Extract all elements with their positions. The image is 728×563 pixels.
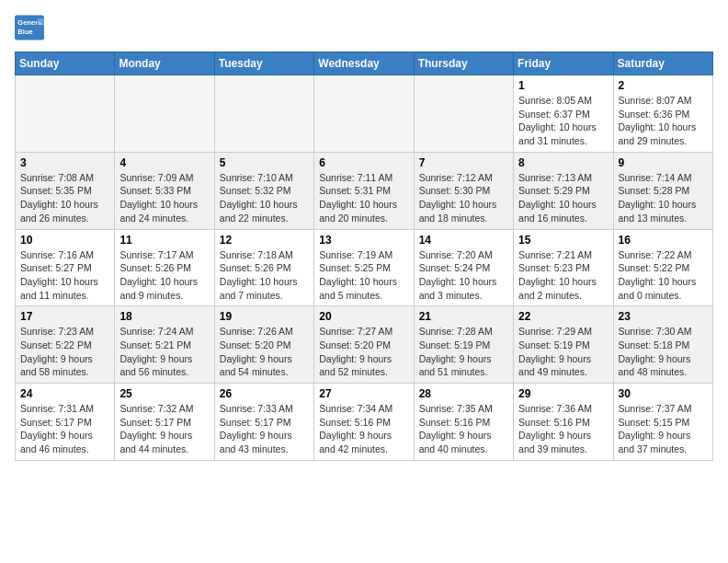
calendar-cell	[16, 75, 115, 153]
calendar-cell: 14Sunrise: 7:20 AMSunset: 5:24 PMDayligh…	[414, 229, 513, 306]
day-number: 11	[119, 234, 209, 247]
calendar-cell: 13Sunrise: 7:19 AMSunset: 5:25 PMDayligh…	[314, 229, 414, 306]
day-info: Sunrise: 8:05 AMSunset: 6:37 PMDaylight:…	[518, 94, 608, 148]
calendar-week-2: 3Sunrise: 7:08 AMSunset: 5:35 PMDaylight…	[16, 152, 713, 229]
day-number: 23	[619, 310, 708, 323]
header-monday: Monday	[115, 52, 214, 75]
calendar-cell: 6Sunrise: 7:11 AMSunset: 5:31 PMDaylight…	[314, 152, 414, 229]
day-number: 17	[20, 310, 109, 323]
day-number: 4	[119, 156, 209, 169]
day-info: Sunrise: 7:26 AMSunset: 5:20 PMDaylight:…	[220, 325, 309, 379]
calendar-cell: 15Sunrise: 7:21 AMSunset: 5:23 PMDayligh…	[514, 229, 613, 306]
day-info: Sunrise: 7:18 AMSunset: 5:26 PMDaylight:…	[220, 248, 309, 303]
day-info: Sunrise: 7:11 AMSunset: 5:31 PMDaylight:…	[319, 171, 408, 225]
calendar-cell: 23Sunrise: 7:30 AMSunset: 5:18 PMDayligh…	[613, 306, 712, 384]
day-number: 16	[619, 234, 708, 247]
day-info: Sunrise: 7:17 AMSunset: 5:26 PMDaylight:…	[119, 248, 209, 303]
day-number: 22	[518, 310, 608, 323]
day-info: Sunrise: 7:30 AMSunset: 5:18 PMDaylight:…	[619, 325, 708, 379]
header-thursday: Thursday	[414, 52, 513, 75]
day-number: 10	[20, 234, 109, 247]
day-number: 7	[419, 156, 508, 169]
calendar-cell: 5Sunrise: 7:10 AMSunset: 5:32 PMDaylight…	[214, 152, 313, 229]
day-info: Sunrise: 7:28 AMSunset: 5:19 PMDaylight:…	[419, 325, 508, 379]
day-info: Sunrise: 7:33 AMSunset: 5:17 PMDaylight:…	[220, 402, 309, 456]
calendar-week-1: 1Sunrise: 8:05 AMSunset: 6:37 PMDaylight…	[16, 75, 713, 153]
calendar-cell: 3Sunrise: 7:08 AMSunset: 5:35 PMDaylight…	[16, 152, 115, 229]
calendar-cell: 4Sunrise: 7:09 AMSunset: 5:33 PMDaylight…	[115, 152, 214, 229]
calendar-table: SundayMondayTuesdayWednesdayThursdayFrid…	[15, 52, 713, 461]
calendar-cell: 18Sunrise: 7:24 AMSunset: 5:21 PMDayligh…	[115, 306, 214, 384]
calendar-week-5: 24Sunrise: 7:31 AMSunset: 5:17 PMDayligh…	[16, 384, 713, 461]
day-info: Sunrise: 7:16 AMSunset: 5:27 PMDaylight:…	[20, 248, 109, 303]
day-number: 3	[20, 156, 109, 169]
day-info: Sunrise: 8:07 AMSunset: 6:36 PMDaylight:…	[619, 94, 708, 148]
day-info: Sunrise: 7:13 AMSunset: 5:29 PMDaylight:…	[518, 171, 608, 225]
day-number: 18	[119, 310, 209, 323]
calendar-cell: 12Sunrise: 7:18 AMSunset: 5:26 PMDayligh…	[214, 229, 313, 306]
day-info: Sunrise: 7:35 AMSunset: 5:16 PMDaylight:…	[419, 402, 508, 456]
day-number: 14	[419, 234, 508, 247]
calendar-cell: 8Sunrise: 7:13 AMSunset: 5:29 PMDaylight…	[514, 152, 613, 229]
svg-text:Blue: Blue	[17, 28, 32, 36]
day-number: 8	[518, 156, 608, 169]
header-wednesday: Wednesday	[314, 52, 414, 75]
calendar-week-4: 17Sunrise: 7:23 AMSunset: 5:22 PMDayligh…	[16, 306, 713, 384]
calendar-cell: 17Sunrise: 7:23 AMSunset: 5:22 PMDayligh…	[16, 306, 115, 384]
day-info: Sunrise: 7:20 AMSunset: 5:24 PMDaylight:…	[419, 248, 508, 303]
day-number: 27	[319, 387, 408, 400]
day-number: 6	[319, 156, 408, 169]
day-info: Sunrise: 7:34 AMSunset: 5:16 PMDaylight:…	[319, 402, 408, 456]
day-info: Sunrise: 7:09 AMSunset: 5:33 PMDaylight:…	[119, 171, 209, 225]
day-info: Sunrise: 7:21 AMSunset: 5:23 PMDaylight:…	[518, 248, 608, 303]
calendar-cell: 24Sunrise: 7:31 AMSunset: 5:17 PMDayligh…	[16, 384, 115, 461]
day-number: 25	[119, 387, 209, 400]
page-header: General Blue	[15, 15, 713, 40]
day-info: Sunrise: 7:29 AMSunset: 5:19 PMDaylight:…	[518, 325, 608, 379]
calendar-cell	[414, 75, 513, 153]
day-info: Sunrise: 7:19 AMSunset: 5:25 PMDaylight:…	[319, 248, 408, 303]
day-info: Sunrise: 7:27 AMSunset: 5:20 PMDaylight:…	[319, 325, 408, 379]
calendar-cell: 27Sunrise: 7:34 AMSunset: 5:16 PMDayligh…	[314, 384, 414, 461]
calendar-cell: 11Sunrise: 7:17 AMSunset: 5:26 PMDayligh…	[115, 229, 214, 306]
day-number: 30	[619, 387, 708, 400]
calendar-cell: 21Sunrise: 7:28 AMSunset: 5:19 PMDayligh…	[414, 306, 513, 384]
calendar-cell: 22Sunrise: 7:29 AMSunset: 5:19 PMDayligh…	[514, 306, 613, 384]
header-sunday: Sunday	[16, 52, 115, 75]
calendar-cell: 26Sunrise: 7:33 AMSunset: 5:17 PMDayligh…	[214, 384, 313, 461]
calendar-week-3: 10Sunrise: 7:16 AMSunset: 5:27 PMDayligh…	[16, 229, 713, 306]
calendar-cell: 7Sunrise: 7:12 AMSunset: 5:30 PMDaylight…	[414, 152, 513, 229]
calendar-header-row: SundayMondayTuesdayWednesdayThursdayFrid…	[16, 52, 713, 75]
calendar-cell	[115, 75, 214, 153]
calendar-cell: 16Sunrise: 7:22 AMSunset: 5:22 PMDayligh…	[613, 229, 712, 306]
day-number: 9	[619, 156, 708, 169]
calendar-cell: 30Sunrise: 7:37 AMSunset: 5:15 PMDayligh…	[613, 384, 712, 461]
day-number: 1	[518, 79, 608, 92]
day-number: 24	[20, 387, 109, 400]
day-info: Sunrise: 7:14 AMSunset: 5:28 PMDaylight:…	[619, 171, 708, 225]
day-info: Sunrise: 7:36 AMSunset: 5:16 PMDaylight:…	[518, 402, 608, 456]
header-tuesday: Tuesday	[214, 52, 313, 75]
day-number: 19	[220, 310, 309, 323]
day-number: 2	[619, 79, 708, 92]
day-info: Sunrise: 7:31 AMSunset: 5:17 PMDaylight:…	[20, 402, 109, 456]
day-number: 13	[319, 234, 408, 247]
calendar-cell: 2Sunrise: 8:07 AMSunset: 6:36 PMDaylight…	[613, 75, 712, 153]
day-info: Sunrise: 7:08 AMSunset: 5:35 PMDaylight:…	[20, 171, 109, 225]
calendar-cell	[214, 75, 313, 153]
calendar-cell	[314, 75, 414, 153]
day-number: 21	[419, 310, 508, 323]
day-info: Sunrise: 7:22 AMSunset: 5:22 PMDaylight:…	[619, 248, 708, 303]
day-info: Sunrise: 7:37 AMSunset: 5:15 PMDaylight:…	[619, 402, 708, 456]
day-number: 20	[319, 310, 408, 323]
calendar-cell: 29Sunrise: 7:36 AMSunset: 5:16 PMDayligh…	[514, 384, 613, 461]
calendar-cell: 9Sunrise: 7:14 AMSunset: 5:28 PMDaylight…	[613, 152, 712, 229]
day-info: Sunrise: 7:32 AMSunset: 5:17 PMDaylight:…	[119, 402, 209, 456]
day-number: 28	[419, 387, 508, 400]
day-info: Sunrise: 7:10 AMSunset: 5:32 PMDaylight:…	[220, 171, 309, 225]
calendar-cell: 25Sunrise: 7:32 AMSunset: 5:17 PMDayligh…	[115, 384, 214, 461]
day-info: Sunrise: 7:24 AMSunset: 5:21 PMDaylight:…	[119, 325, 209, 379]
header-saturday: Saturday	[613, 52, 712, 75]
calendar-cell: 10Sunrise: 7:16 AMSunset: 5:27 PMDayligh…	[16, 229, 115, 306]
calendar-cell: 28Sunrise: 7:35 AMSunset: 5:16 PMDayligh…	[414, 384, 513, 461]
